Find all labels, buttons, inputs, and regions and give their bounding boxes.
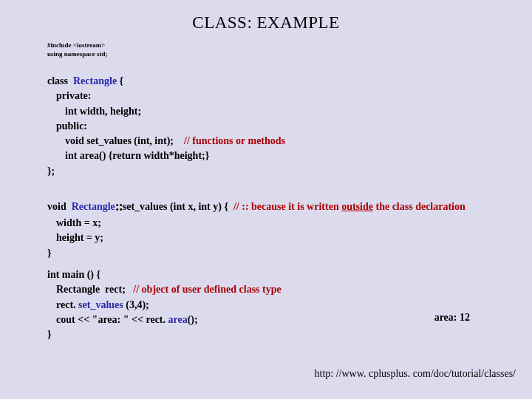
main-sig: int main () { [47,267,282,282]
include-block: #include <iostream> using namespace std; [47,41,108,58]
main-close: } [47,327,282,342]
comment-prefix: // :: because it is written [233,201,341,212]
class-declaration: class Rectangle { private: int width, he… [47,74,285,179]
proto-text: void set_values (int, int); [65,135,184,146]
return-type: void [47,201,72,212]
brace-open: { [117,75,123,86]
class-close: }; [47,164,285,179]
access-private: private: [47,89,285,103]
code-line: class Rectangle { [47,74,285,89]
method-inline: int area() {return width*height;} [47,149,285,163]
scope-operator: :: [115,199,123,214]
include-line: #include <iostream> [47,41,108,50]
assign-width: width = x; [47,216,466,231]
comment-suffix: the class declaration [373,201,466,212]
cout-line: cout << "area: " << rect. area(); [47,313,282,327]
slide: CLASS: EXAMPLE #include <iostream> using… [0,0,532,399]
obj-prefix: rect. [56,299,76,310]
method-name: area [166,314,188,325]
program-output: area: 12 [434,312,470,324]
comment: // object of user defined class type [133,284,281,295]
method-proto: void set_values (int, int); // functions… [47,134,285,149]
object-decl: Rectangle rect; // object of user define… [47,282,282,297]
method-sig: set_values (int x, int y) { [123,201,233,212]
method-name: set_values [76,299,126,310]
comment: // functions or methods [184,135,285,146]
comment-underline: outside [341,201,373,212]
using-line: using namespace std; [47,50,108,59]
slide-title: CLASS: EXAMPLE [0,0,532,33]
scope-class: Rectangle [72,201,115,212]
access-public: public: [47,119,285,134]
call-suffix: (); [188,314,198,325]
assign-height: height = y; [47,231,466,245]
method-definition: void Rectangle::set_values (int x, int y… [47,197,466,261]
method-close: } [47,246,466,261]
code-line: void Rectangle::set_values (int x, int y… [47,197,466,216]
keyword-class: class [47,75,73,86]
source-url: http: //www. cplusplus. com/doc/tutorial… [315,368,516,380]
class-name: Rectangle [73,75,117,86]
args: (3,4); [126,299,149,310]
member-decl: int width, height; [47,104,285,119]
main-function: int main () { Rectangle rect; // object … [47,267,282,342]
cout-prefix: cout << "area: " << rect. [56,314,166,325]
decl-text: Rectangle rect; [56,284,133,295]
call-setvalues: rect. set_values (3,4); [47,298,282,313]
